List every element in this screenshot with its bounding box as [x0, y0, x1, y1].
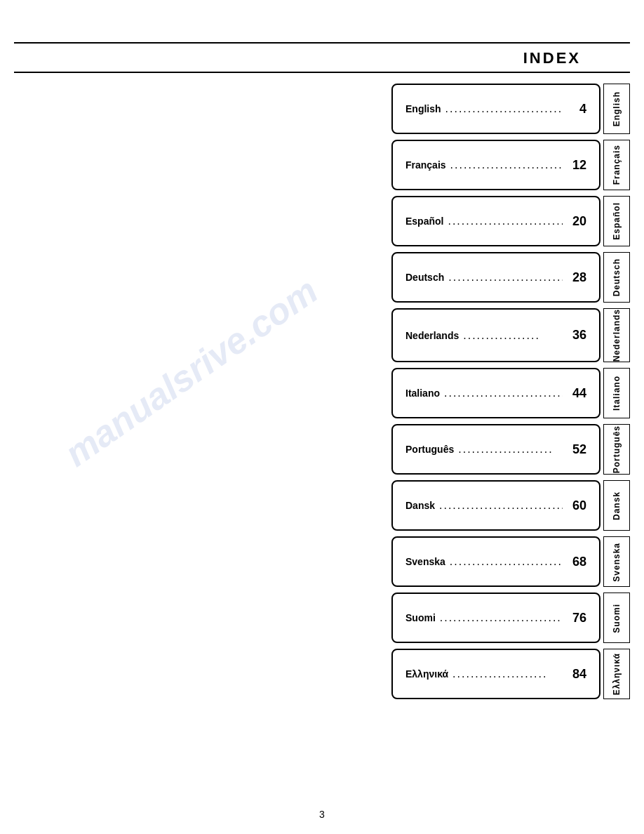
dots-separator: ...........................: [450, 159, 563, 171]
index-box-text: Nederlands.................36: [405, 328, 586, 343]
index-box-text: Svenska..........................68: [405, 555, 586, 569]
dots-separator: ...............................: [440, 611, 563, 624]
page-number-ref: 12: [567, 158, 586, 173]
index-box-text: Dansk...............................60: [405, 498, 586, 513]
index-row[interactable]: Suomi...............................76Su…: [391, 593, 630, 643]
index-row[interactable]: Italiano.............................44I…: [391, 368, 630, 418]
page-number-ref: 36: [567, 328, 586, 343]
page-number-ref: 4: [567, 102, 586, 117]
language-label: English: [405, 103, 441, 114]
language-label: Nederlands: [405, 330, 459, 341]
dots-separator: .................: [463, 329, 563, 342]
tab-area: Português: [603, 424, 630, 475]
index-box: Ελληνικά.....................84: [391, 649, 601, 699]
side-tab-label: Italiano: [612, 376, 622, 411]
index-row[interactable]: Nederlands.................36Nederlands: [391, 308, 630, 362]
language-label: Suomi: [405, 612, 436, 623]
page-container: INDEX manualsrive.com English...........…: [0, 0, 644, 834]
side-tab-label: Svenska: [612, 543, 622, 582]
side-tab: Español: [603, 196, 630, 246]
side-tab-label: Dansk: [612, 491, 622, 520]
index-box: Français...........................12: [391, 140, 601, 190]
dots-separator: .....................: [458, 443, 563, 456]
side-tab: Dansk: [603, 480, 630, 531]
page-number-ref: 76: [567, 611, 586, 626]
index-row[interactable]: Français...........................12Fra…: [391, 140, 630, 190]
tab-area: Ελληνικά: [603, 649, 630, 699]
index-box: Suomi...............................76: [391, 593, 601, 643]
language-label: Español: [405, 216, 443, 227]
language-label: Português: [405, 444, 454, 455]
index-box: Dansk...............................60: [391, 480, 601, 531]
side-tab: Português: [603, 424, 630, 475]
index-row[interactable]: English...............................4E…: [391, 84, 630, 134]
dots-separator: .....................: [452, 668, 563, 680]
index-box: Svenska..........................68: [391, 536, 601, 587]
tab-area: Nederlands: [603, 308, 630, 362]
tab-area: Suomi: [603, 593, 630, 643]
page-number: 3: [319, 809, 325, 820]
side-tab: English: [603, 84, 630, 134]
dots-separator: .............................: [444, 387, 563, 399]
content-area: English...............................4E…: [0, 73, 644, 705]
language-label: Italiano: [405, 388, 440, 399]
index-box-text: English...............................4: [405, 102, 586, 117]
index-box-text: Português.....................52: [405, 442, 586, 457]
side-tab-label: Español: [612, 202, 622, 240]
side-tab-label: Português: [612, 425, 622, 473]
index-box-text: Ελληνικά.....................84: [405, 667, 586, 682]
language-label: Dansk: [405, 500, 435, 511]
index-box-text: Français...........................12: [405, 158, 586, 173]
dots-separator: .............................: [448, 271, 563, 284]
page-number-ref: 20: [567, 214, 586, 229]
dots-separator: ...............................: [439, 499, 563, 512]
tab-area: English: [603, 84, 630, 134]
side-tab: Svenska: [603, 536, 630, 587]
index-box: Deutsch.............................28: [391, 252, 601, 303]
index-row[interactable]: Español.............................20Es…: [391, 196, 630, 246]
side-tab: Nederlands: [603, 308, 630, 362]
index-row[interactable]: Ελληνικά.....................84Ελληνικά: [391, 649, 630, 699]
side-tab: Deutsch: [603, 252, 630, 303]
tab-area: Español: [603, 196, 630, 246]
index-row[interactable]: Dansk...............................60Da…: [391, 480, 630, 531]
index-box-text: Suomi...............................76: [405, 611, 586, 626]
side-tab-label: Deutsch: [612, 258, 622, 296]
side-tab: Suomi: [603, 593, 630, 643]
side-tab: Italiano: [603, 368, 630, 418]
index-box-text: Italiano.............................44: [405, 386, 586, 401]
tab-area: Français: [603, 140, 630, 190]
language-label: Français: [405, 159, 446, 171]
tab-area: Dansk: [603, 480, 630, 531]
language-label: Deutsch: [405, 272, 444, 283]
dots-separator: ...............................: [445, 102, 563, 115]
side-tab-label: Français: [612, 145, 622, 185]
tab-area: Italiano: [603, 368, 630, 418]
tab-area: Svenska: [603, 536, 630, 587]
page-number-ref: 60: [567, 498, 586, 513]
page-number-ref: 52: [567, 442, 586, 457]
index-box: Nederlands.................36: [391, 308, 601, 362]
page-number-ref: 28: [567, 270, 586, 285]
page-title: INDEX: [0, 44, 644, 72]
page-number-ref: 84: [567, 667, 586, 682]
index-box: Español.............................20: [391, 196, 601, 246]
index-row[interactable]: Deutsch.............................28De…: [391, 252, 630, 303]
index-box: English...............................4: [391, 84, 601, 134]
side-tab-label: Suomi: [612, 604, 622, 633]
side-tab-label: English: [612, 91, 622, 126]
side-tab: Français: [603, 140, 630, 190]
side-tab-label: Ελληνικά: [612, 653, 622, 695]
index-box: Italiano.............................44: [391, 368, 601, 418]
dots-separator: ..........................: [450, 555, 563, 568]
tab-area: Deutsch: [603, 252, 630, 303]
index-box: Português.....................52: [391, 424, 601, 475]
index-list: English...............................4E…: [391, 84, 630, 705]
language-label: Svenska: [405, 556, 445, 567]
side-tab-label: Nederlands: [612, 309, 622, 362]
index-row[interactable]: Svenska..........................68Svens…: [391, 536, 630, 587]
index-row[interactable]: Português.....................52Portuguê…: [391, 424, 630, 475]
dots-separator: .............................: [448, 215, 563, 227]
page-number-ref: 68: [567, 555, 586, 569]
language-label: Ελληνικά: [405, 668, 448, 680]
